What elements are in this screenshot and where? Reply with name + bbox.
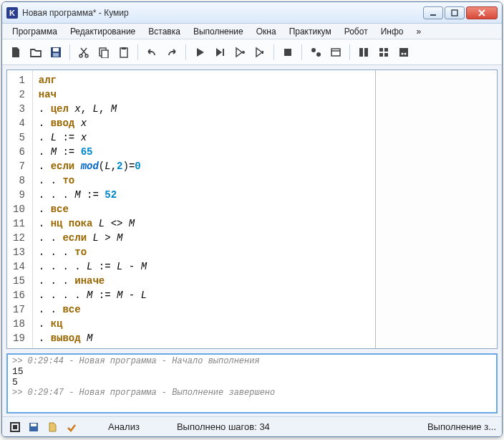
window-buttons [423, 6, 498, 19]
menu-practicum[interactable]: Практикум [284, 25, 337, 38]
status-save-icon[interactable] [26, 420, 41, 434]
svg-rect-29 [13, 425, 17, 429]
window-title: Новая программа* - Кумир [22, 8, 423, 18]
close-button[interactable] [466, 6, 498, 19]
titlebar[interactable]: K Новая программа* - Кумир [2, 2, 502, 24]
layout1-button[interactable] [354, 43, 373, 62]
console[interactable]: >> 0:29:44 - Новая программа - Начало вы… [6, 353, 498, 413]
menu-more[interactable]: » [410, 25, 427, 38]
breakpoints-button[interactable] [306, 43, 325, 62]
svg-point-8 [85, 54, 88, 57]
svg-rect-25 [399, 48, 408, 57]
status-analysis: Анализ [108, 421, 140, 432]
step-button[interactable] [231, 43, 249, 62]
svg-rect-1 [452, 10, 457, 16]
menu-robot[interactable]: Робот [339, 25, 374, 38]
code-pane[interactable]: 1234567891011121314151617181920 алгнач. … [7, 70, 375, 348]
svg-rect-31 [31, 424, 37, 426]
cut-button[interactable] [74, 43, 93, 62]
editor-area: 1234567891011121314151617181920 алгнач. … [6, 70, 498, 349]
run-button[interactable] [190, 43, 209, 62]
svg-rect-12 [122, 47, 126, 49]
new-button[interactable] [6, 43, 25, 62]
status-steps: Выполнено шагов: 34 [177, 421, 270, 432]
svg-point-16 [311, 48, 316, 52]
copy-button[interactable] [94, 43, 113, 62]
statusbar: Анализ Выполнено шагов: 34 Выполнение з.… [2, 416, 502, 436]
svg-point-14 [242, 51, 245, 54]
menu-run[interactable]: Выполнение [188, 25, 249, 38]
app-icon: K [6, 7, 18, 19]
maximize-button[interactable] [445, 6, 465, 19]
menubar: Программа Редактирование Вставка Выполне… [2, 24, 502, 39]
status-doc-icon[interactable] [45, 420, 59, 434]
code-text[interactable]: алгнач. цел x, L, M. ввод x. L := x. M :… [33, 70, 375, 348]
app-window: K Новая программа* - Кумир Программа Ред… [1, 1, 503, 437]
output-button[interactable] [326, 43, 345, 62]
open-button[interactable] [26, 43, 45, 62]
menu-insert[interactable]: Вставка [142, 25, 186, 38]
layout2-button[interactable] [374, 43, 393, 62]
robot-button[interactable] [394, 43, 413, 62]
svg-point-7 [79, 54, 82, 57]
minimize-button[interactable] [423, 6, 443, 19]
menu-info[interactable]: Инфо [375, 25, 410, 38]
svg-rect-13 [223, 49, 224, 56]
svg-rect-15 [284, 49, 291, 56]
svg-point-26 [402, 52, 404, 54]
paste-button[interactable] [115, 43, 133, 62]
menu-windows[interactable]: Окна [251, 25, 282, 38]
undo-button[interactable] [142, 43, 161, 62]
menu-program[interactable]: Программа [6, 25, 63, 38]
svg-point-17 [316, 52, 321, 57]
status-stop-icon[interactable] [8, 420, 22, 434]
step-into-button[interactable] [251, 43, 269, 62]
svg-rect-10 [102, 50, 108, 58]
save-button[interactable] [47, 43, 65, 62]
svg-rect-18 [331, 49, 340, 56]
menu-edit[interactable]: Редактирование [64, 25, 141, 38]
svg-rect-5 [53, 48, 59, 52]
stop-button[interactable] [278, 43, 297, 62]
run-blind-button[interactable] [210, 43, 229, 62]
line-gutter: 1234567891011121314151617181920 [7, 70, 33, 348]
toolbar [2, 39, 502, 65]
status-clear-icon[interactable] [64, 420, 78, 434]
svg-rect-6 [53, 53, 59, 57]
svg-point-27 [404, 52, 407, 54]
status-state: Выполнение з... [427, 421, 496, 432]
redo-button[interactable] [163, 43, 181, 62]
variables-pane[interactable] [375, 70, 497, 348]
